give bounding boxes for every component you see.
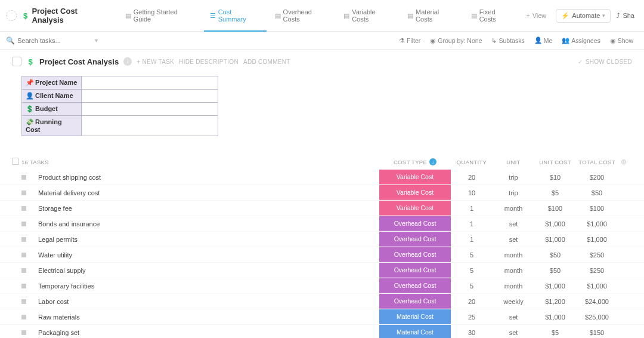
task-cost-type[interactable]: Variable Cost xyxy=(379,201,451,216)
task-unit[interactable]: set xyxy=(493,314,534,321)
col-quantity[interactable]: QUANTITY xyxy=(451,159,493,165)
task-unit-cost[interactable]: $100 xyxy=(534,205,576,212)
tab-material-costs[interactable]: ▤Material Costs xyxy=(401,4,463,27)
new-task-button[interactable]: + NEW TASK xyxy=(137,59,174,65)
hide-description-button[interactable]: HIDE DESCRIPTION xyxy=(179,59,239,65)
col-unit[interactable]: UNIT xyxy=(493,159,534,165)
task-row[interactable]: Bonds and insurance Overhead Cost 1 set … xyxy=(0,216,644,232)
tab-overhead-costs[interactable]: ▤Overhead Costs xyxy=(269,4,336,27)
add-comment-button[interactable]: ADD COMMENT xyxy=(243,59,290,65)
task-unit-cost[interactable]: $10 xyxy=(534,174,576,181)
summary-value[interactable] xyxy=(82,103,218,116)
task-cost-type[interactable]: Variable Cost xyxy=(379,185,451,200)
task-quantity[interactable]: 5 xyxy=(451,251,493,259)
task-status[interactable] xyxy=(12,222,21,226)
task-cost-type[interactable]: Overhead Cost xyxy=(379,216,451,231)
status-toggle[interactable] xyxy=(12,57,21,66)
group-by-button[interactable]: ◉Group by: None xyxy=(425,35,487,47)
share-button[interactable]: ⤴Sha xyxy=(613,10,638,21)
task-name[interactable]: Temporary facilities xyxy=(21,279,379,293)
task-name[interactable]: Packaging set xyxy=(21,325,379,339)
task-total-cost[interactable]: $250 xyxy=(576,251,618,259)
task-name[interactable]: Labor cost xyxy=(21,294,379,309)
summary-value[interactable] xyxy=(82,76,218,90)
task-name[interactable]: Water utility xyxy=(21,248,379,262)
task-unit[interactable]: weekly xyxy=(493,298,534,305)
task-cost-type[interactable]: Overhead Cost xyxy=(379,278,451,293)
task-status[interactable] xyxy=(12,315,21,319)
tab-fixed-costs[interactable]: ▤Fixed Costs xyxy=(465,4,519,27)
task-total-cost[interactable]: $200 xyxy=(576,174,618,181)
task-total-cost[interactable]: $1,000 xyxy=(576,282,618,290)
task-quantity[interactable]: 20 xyxy=(451,298,493,305)
task-row[interactable]: Temporary facilities Overhead Cost 5 mon… xyxy=(0,278,644,294)
task-quantity[interactable]: 30 xyxy=(451,329,493,336)
folder-title[interactable]: Project Cost Analysis xyxy=(32,7,109,24)
chevron-down-icon[interactable]: ▾ xyxy=(95,37,98,44)
app-icon[interactable] xyxy=(6,10,17,21)
task-quantity[interactable]: 5 xyxy=(451,267,493,274)
task-row[interactable]: Electrical supply Overhead Cost 5 month … xyxy=(0,263,644,278)
task-quantity[interactable]: 20 xyxy=(451,174,493,181)
task-status[interactable] xyxy=(12,284,21,288)
task-name[interactable]: Material delivery cost xyxy=(21,186,379,200)
task-unit-cost[interactable]: $1,000 xyxy=(534,236,576,243)
task-status[interactable] xyxy=(12,299,21,304)
task-row[interactable]: Packaging set Material Cost 30 set $5 $1… xyxy=(0,325,644,338)
task-name[interactable]: Legal permits xyxy=(21,232,379,247)
automate-button[interactable]: ⚡Automate▾ xyxy=(556,9,611,23)
task-name[interactable]: Storage fee xyxy=(21,201,379,216)
task-row[interactable]: Storage fee Variable Cost 1 month $100 $… xyxy=(0,201,644,216)
task-status[interactable] xyxy=(12,268,21,273)
search-input[interactable] xyxy=(17,37,89,44)
task-cost-type[interactable]: Overhead Cost xyxy=(379,247,451,262)
task-unit-cost[interactable]: $5 xyxy=(534,329,576,336)
task-name[interactable]: Electrical supply xyxy=(21,263,379,278)
task-unit-cost[interactable]: $50 xyxy=(534,251,576,259)
task-total-cost[interactable]: $24,000 xyxy=(576,298,618,305)
tab-getting-started[interactable]: ▤Getting Started Guide xyxy=(119,4,202,27)
task-quantity[interactable]: 1 xyxy=(451,205,493,212)
task-name[interactable]: Bonds and insurance xyxy=(21,217,379,231)
col-unit-cost[interactable]: UNIT COST xyxy=(534,159,576,165)
task-status[interactable] xyxy=(12,190,21,195)
page-title[interactable]: Project Cost Analysis xyxy=(39,57,119,66)
status-toggle[interactable] xyxy=(12,158,21,166)
task-cost-type[interactable]: Material Cost xyxy=(379,325,451,338)
task-quantity[interactable]: 1 xyxy=(451,220,493,228)
task-unit-cost[interactable]: $50 xyxy=(534,267,576,274)
tab-variable-costs[interactable]: ▤Variable Costs xyxy=(338,4,399,27)
task-quantity[interactable]: 10 xyxy=(451,189,493,196)
task-row[interactable]: Material delivery cost Variable Cost 10 … xyxy=(0,185,644,201)
task-row[interactable]: Legal permits Overhead Cost 1 set $1,000… xyxy=(0,232,644,247)
task-unit[interactable]: month xyxy=(493,205,534,212)
task-unit[interactable]: set xyxy=(493,329,534,336)
task-unit[interactable]: set xyxy=(493,236,534,243)
task-quantity[interactable]: 25 xyxy=(451,314,493,321)
task-unit[interactable]: month xyxy=(493,251,534,259)
task-cost-type[interactable]: Overhead Cost xyxy=(379,294,451,309)
task-quantity[interactable]: 5 xyxy=(451,282,493,290)
task-unit-cost[interactable]: $5 xyxy=(534,189,576,196)
show-button[interactable]: ◉Show xyxy=(605,35,638,47)
task-total-cost[interactable]: $1,000 xyxy=(576,220,618,228)
col-total-cost[interactable]: TOTAL COST xyxy=(576,159,618,165)
task-total-cost[interactable]: $150 xyxy=(576,329,618,336)
task-name[interactable]: Product shipping cost xyxy=(21,170,379,185)
task-row[interactable]: Raw materials Material Cost 25 set $1,00… xyxy=(0,309,644,325)
task-unit[interactable]: month xyxy=(493,267,534,274)
task-total-cost[interactable]: $25,000 xyxy=(576,314,618,321)
task-cost-type[interactable]: Variable Cost xyxy=(379,170,451,185)
task-total-cost[interactable]: $100 xyxy=(576,205,618,212)
summary-value[interactable] xyxy=(82,90,218,103)
task-unit[interactable]: month xyxy=(493,282,534,290)
task-unit[interactable]: set xyxy=(493,220,534,228)
assignees-button[interactable]: 👥Assignees xyxy=(557,34,605,47)
task-status[interactable] xyxy=(12,253,21,257)
task-status[interactable] xyxy=(12,330,21,335)
task-unit-cost[interactable]: $1,000 xyxy=(534,220,576,228)
info-icon[interactable]: i xyxy=(123,57,132,66)
task-unit[interactable]: trip xyxy=(493,174,534,181)
task-row[interactable]: Labor cost Overhead Cost 20 weekly $1,20… xyxy=(0,294,644,309)
task-total-cost[interactable]: $1,000 xyxy=(576,236,618,243)
